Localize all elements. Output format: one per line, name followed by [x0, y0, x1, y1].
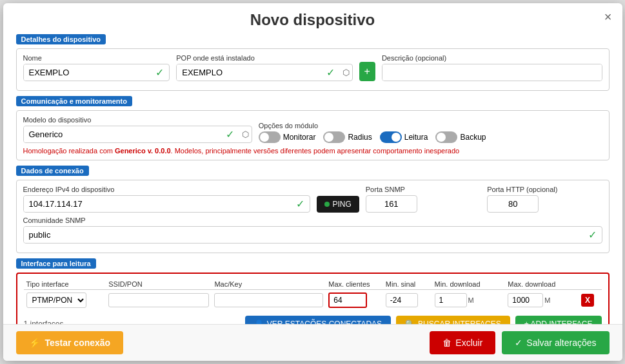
pop-input[interactable]	[177, 64, 321, 81]
close-button[interactable]: ×	[604, 10, 612, 24]
name-label: Nome	[23, 54, 170, 62]
ver-estacoes-button[interactable]: 👤 VER ESTAÇÕES CONECTADAS	[245, 316, 391, 324]
toggle-monitor[interactable]	[259, 131, 281, 143]
conn-row1: Endereço IPv4 do dispositivo ✓ PING Port…	[23, 186, 602, 213]
delete-button[interactable]: 🗑 Excluir	[430, 331, 495, 354]
ssid-input[interactable]	[108, 293, 209, 307]
max-clients-input[interactable]	[328, 292, 367, 308]
device-row1: Nome ✓ POP onde está instalado ✓ ⬡	[23, 54, 602, 81]
col-remove-header	[579, 279, 601, 290]
save-check-icon: ✓	[515, 338, 522, 348]
snmp-comm-group: Comunidade SNMP ✓	[23, 216, 602, 244]
name-check-icon: ✓	[150, 66, 169, 79]
toggle-backup[interactable]	[435, 131, 457, 143]
pop-chevron-icon: ⬡	[340, 68, 352, 77]
desc-input-wrapper	[382, 64, 602, 81]
model-chevron-icon: ⬡	[239, 129, 252, 139]
modal-body: Detalhes do dispositivo Nome ✓ POP onde …	[3, 34, 622, 324]
test-label: Testar conexão	[45, 338, 111, 348]
save-button[interactable]: ✓ Salvar alterações	[502, 331, 609, 354]
pop-input-wrapper: ✓ ⬡	[176, 64, 352, 81]
buscar-label: BUSCAR INTERFACES	[418, 320, 501, 324]
ipv4-group: Endereço IPv4 do dispositivo ✓	[23, 186, 311, 213]
add-interface-label: + ADD INTERFACE	[524, 320, 593, 324]
ping-label: PING	[332, 200, 351, 209]
footer-right-buttons: 🗑 Excluir ✓ Salvar alterações	[430, 331, 609, 354]
modal: Novo dispositivo × Detalhes do dispositi…	[3, 3, 622, 361]
snmp-comm-check-icon: ✓	[583, 229, 602, 241]
ver-estacoes-label: VER ESTAÇÕES CONECTADAS	[267, 320, 382, 324]
snmp-port-label: Porta SNMP	[366, 186, 481, 193]
section-comm: Comunicação e monitoramento Modelo do di…	[16, 96, 610, 160]
module-options-group: Opções do módulo Monitorar	[259, 122, 602, 143]
snmp-comm-label: Comunidade SNMP	[23, 216, 602, 224]
comm-row1: Modelo do dispositivo ✓ ⬡ Opções do módu…	[23, 116, 602, 143]
interface-footer-buttons: 👤 VER ESTAÇÕES CONECTADAS 🔍 BUSCAR INTER…	[245, 316, 602, 324]
max-dl-unit: M	[544, 296, 550, 304]
snmp-comm-input[interactable]	[24, 227, 583, 243]
interface-footer: 1 interfaces 👤 VER ESTAÇÕES CONECTADAS 🔍…	[24, 316, 602, 324]
name-input[interactable]	[24, 64, 151, 81]
test-connection-button[interactable]: ⚡ Testar conexão	[16, 331, 124, 354]
homologacao-rest: . Modelos, principalmente versões difere…	[171, 147, 460, 155]
snmp-port-input[interactable]	[366, 195, 417, 213]
model-check-icon: ✓	[221, 128, 239, 140]
delete-label: Excluir	[455, 338, 482, 348]
save-label: Salvar alterações	[526, 338, 596, 348]
model-input-wrapper: ✓ ⬡	[23, 126, 252, 143]
mac-input[interactable]	[214, 293, 323, 307]
ipv4-input[interactable]	[24, 196, 292, 212]
min-dl-cell: M	[432, 290, 506, 311]
ping-button[interactable]: PING	[317, 196, 359, 213]
desc-label: Descrição (opcional)	[382, 54, 602, 62]
toggle-radius-knob	[324, 133, 333, 142]
interfaces-count: 1 interfaces	[24, 320, 64, 324]
model-input[interactable]	[24, 126, 221, 142]
ipv4-label: Endereço IPv4 do dispositivo	[23, 186, 311, 193]
min-dl-input[interactable]	[435, 293, 467, 307]
name-group: Nome ✓	[23, 54, 170, 81]
ver-estacoes-icon: 👤	[254, 320, 264, 324]
section-device: Detalhes do dispositivo Nome ✓ POP onde …	[16, 34, 610, 91]
add-pop-button[interactable]: +	[359, 62, 375, 81]
col-max-clients-header: Max. clientes	[326, 279, 382, 290]
test-icon: ⚡	[29, 338, 40, 348]
col-ssid-header: SSID/PON	[106, 279, 212, 290]
snmp-port-group: Porta SNMP	[366, 186, 481, 213]
modal-title: Novo dispositivo	[3, 3, 622, 34]
ping-dot	[324, 202, 330, 207]
http-port-input[interactable]	[487, 195, 539, 213]
col-min-sinal-header: Min. sinal	[383, 279, 432, 290]
buscar-interfaces-button[interactable]: 🔍 BUSCAR INTERFACES	[396, 316, 510, 324]
pop-label: POP onde está instalado	[176, 54, 352, 62]
snmp-comm-input-wrapper: ✓	[23, 226, 602, 244]
desc-group: Descrição (opcional)	[382, 54, 602, 81]
toggle-backup-label: Backup	[460, 133, 486, 142]
desc-input[interactable]	[382, 64, 602, 81]
ipv4-check-icon: ✓	[291, 198, 310, 210]
min-sinal-input[interactable]	[386, 293, 418, 307]
section-conn-content: Endereço IPv4 do dispositivo ✓ PING Port…	[16, 180, 610, 253]
col-max-dl-header: Max. download	[505, 279, 579, 290]
remove-cell: X	[579, 290, 601, 311]
model-label: Modelo do dispositivo	[23, 116, 252, 124]
max-dl-input[interactable]	[508, 293, 543, 307]
ssid-cell	[106, 290, 212, 311]
add-interface-button[interactable]: + ADD INTERFACE	[515, 316, 602, 324]
conn-row2: Comunidade SNMP ✓	[23, 216, 602, 244]
max-dl-cell: M	[505, 290, 579, 311]
toggle-backup-group: Backup	[435, 131, 486, 143]
pop-check-icon: ✓	[321, 66, 340, 79]
toggle-monitor-label: Monitorar	[283, 133, 316, 142]
homologacao-text: Homologação realizada com Generico v. 0.…	[23, 147, 602, 155]
toggle-leitura[interactable]	[380, 131, 402, 143]
toggle-monitor-group: Monitorar	[259, 131, 316, 143]
remove-row-button[interactable]: X	[581, 294, 594, 307]
min-sinal-cell	[383, 290, 432, 311]
toggle-radius[interactable]	[323, 131, 345, 143]
tipo-select[interactable]: PTMP/PON	[26, 292, 86, 308]
toggle-radius-group: Radius	[323, 131, 372, 143]
delete-icon: 🗑	[442, 338, 451, 348]
pop-group: POP onde está instalado ✓ ⬡	[176, 54, 352, 81]
toggle-radius-label: Radius	[348, 133, 372, 142]
